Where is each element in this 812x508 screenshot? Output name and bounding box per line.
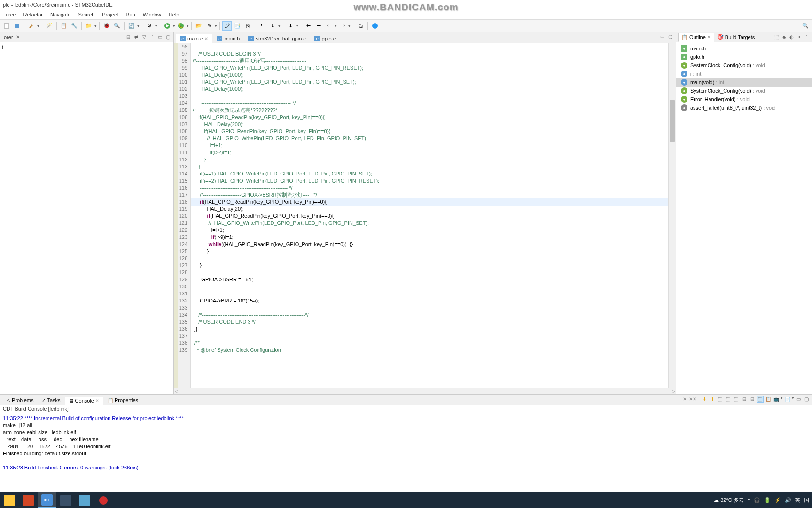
highlight-button[interactable]: 🖍 <box>222 21 232 31</box>
menu-run[interactable]: Run <box>122 11 139 18</box>
minimize-editor-icon[interactable]: ▭ <box>659 33 666 40</box>
hammer-button[interactable] <box>27 21 36 31</box>
tray-icon-2[interactable]: 🔋 <box>764 497 771 503</box>
tool-2[interactable]: 🔧 <box>70 21 79 31</box>
console-opt-7[interactable]: 📋 <box>765 396 772 403</box>
info-button[interactable]: i <box>370 21 380 31</box>
menu-outline-icon[interactable]: ⋮ <box>803 33 810 40</box>
filter-outline-icon[interactable]: ◐ <box>788 33 795 40</box>
scroll-right-icon[interactable]: ▷ <box>671 388 676 394</box>
scroll-left-icon[interactable]: ◁ <box>174 388 179 394</box>
outline-item[interactable]: ●SystemClock_Config(void) : void <box>676 87 812 95</box>
remove-console-icon[interactable]: ✕ <box>681 396 688 403</box>
tray-icon-1[interactable]: 🎧 <box>754 497 760 503</box>
outline-item[interactable]: ●Error_Handler(void) : void <box>676 95 812 103</box>
outline-tab-outline[interactable]: 📋 Outline ✕ <box>678 33 714 42</box>
outline-item[interactable]: ●i : int <box>676 70 812 78</box>
nav-fwd[interactable]: ⇨ <box>338 21 347 31</box>
console-opt-5[interactable]: ⊟ <box>749 396 756 403</box>
menu-refactor[interactable]: Refactor <box>19 11 47 18</box>
wand-button[interactable]: 🪄 <box>45 21 54 31</box>
build-button[interactable]: ⚙ <box>145 21 154 31</box>
taskbar-app-2[interactable] <box>75 492 94 508</box>
perspective-button[interactable]: 🗂 <box>356 21 365 31</box>
menu-urce[interactable]: urce <box>2 11 19 18</box>
console-opt-6[interactable]: ⬚ <box>757 396 764 403</box>
editor-tab-main-c[interactable]: cmain.c✕ <box>176 34 212 43</box>
menu-help[interactable]: Help <box>165 11 183 18</box>
tree-root[interactable]: t <box>2 44 3 50</box>
vertical-scrollbar[interactable] <box>668 43 676 388</box>
debug-run-button[interactable]: 🐛 <box>176 21 186 31</box>
outline-item[interactable]: ●main(void) : int <box>676 78 812 87</box>
console-opt-4[interactable]: ⊟ <box>741 396 748 403</box>
collapse-icon[interactable]: ⊟ <box>125 33 132 40</box>
console-output[interactable]: 11:35:22 **** Incremental Build of confi… <box>0 413 812 493</box>
new-button[interactable] <box>2 21 11 31</box>
outline-item[interactable]: ●SystemClock_Config(void) : void <box>676 61 812 70</box>
sort-icon[interactable]: ⬚ <box>773 33 780 40</box>
remove-all-icon[interactable]: ✕✕ <box>689 396 696 403</box>
tool-folder[interactable]: 📂 <box>194 21 203 31</box>
link-icon[interactable]: ⇄ <box>133 33 140 40</box>
weather-widget[interactable]: ☁ 32°C 多云 <box>714 497 744 504</box>
bottom-min-icon[interactable]: ▭ <box>795 396 802 403</box>
indent-button[interactable]: ⎘ <box>243 21 252 31</box>
menu-project[interactable]: Project <box>98 11 122 18</box>
bottom-tab-properties[interactable]: 📋 Properties <box>103 396 142 405</box>
debug-btn-1[interactable]: 🐞 <box>102 21 111 31</box>
nav-tool[interactable]: ⬇ <box>286 21 295 31</box>
search-toolbar-button[interactable]: 🔍 <box>801 21 810 31</box>
taskbar-ide[interactable]: IDE <box>38 492 56 508</box>
tray-volume-icon[interactable]: 🔊 <box>785 497 791 503</box>
menu-navigate[interactable]: Navigate <box>47 11 74 18</box>
outline-item[interactable]: ●main.h <box>676 44 812 53</box>
tool-1[interactable]: 📋 <box>59 21 69 31</box>
save-button[interactable] <box>12 21 22 31</box>
bottom-max-icon[interactable]: ▢ <box>803 396 810 403</box>
bookmark-button[interactable]: 📑 <box>233 21 242 31</box>
taskbar-record[interactable] <box>94 492 113 508</box>
tray-network-icon[interactable]: ⚡ <box>774 497 781 503</box>
block-1[interactable]: ¶ <box>258 21 267 31</box>
filter-icon[interactable]: ▽ <box>141 33 148 40</box>
menu-window[interactable]: Window <box>139 11 165 18</box>
maximize-editor-icon[interactable]: ▢ <box>667 33 674 40</box>
block-2[interactable]: ⬇ <box>268 21 277 31</box>
menu-icon[interactable]: ⋮ <box>148 33 156 40</box>
editor-tab-gpio-c[interactable]: cgpio.c <box>310 34 340 43</box>
console-opt-8[interactable]: 📺 <box>773 396 780 403</box>
outline-item[interactable]: ●assert_failed(uint8_t*, uint32_t) : voi… <box>676 103 812 112</box>
console-opt-1[interactable]: ⬚ <box>717 396 724 403</box>
maximize-icon[interactable]: ▢ <box>164 33 172 40</box>
editor-tab-stm32f1xx_hal_gpio-c[interactable]: cstm32f1xx_hal_gpio.c <box>244 34 310 43</box>
editor-tab-main-h[interactable]: cmain.h <box>212 34 244 43</box>
console-opt-9[interactable]: 📄 <box>784 396 791 403</box>
down-arrow-icon[interactable]: ⬇ <box>701 396 708 403</box>
back-button[interactable]: ⬅ <box>304 21 313 31</box>
debug-btn-2[interactable]: 🔍 <box>112 21 122 31</box>
up-arrow-icon[interactable]: ⬆ <box>709 396 716 403</box>
console-opt-3[interactable]: ⬚ <box>733 396 740 403</box>
outline-item[interactable]: ●gpio.h <box>676 53 812 61</box>
bottom-tab-problems[interactable]: ⚠ Problems <box>2 396 38 405</box>
hide-icon[interactable]: a̶ <box>781 33 788 40</box>
bottom-tab-tasks[interactable]: ✓ Tasks <box>38 396 64 405</box>
taskbar-fileexplorer[interactable] <box>0 492 19 508</box>
run-button[interactable] <box>163 21 172 31</box>
minimize-icon[interactable]: ▭ <box>156 33 164 40</box>
console-opt-2[interactable]: ⬚ <box>725 396 732 403</box>
bottom-tab-console[interactable]: 🖥 Console ✕ <box>65 397 103 405</box>
open-button[interactable]: 📁 <box>84 21 94 31</box>
sort2-icon[interactable]: ⚬ <box>796 33 803 40</box>
code-editor[interactable]: 9697989910010110210310410510610710810911… <box>174 43 676 388</box>
tool-pencil[interactable]: ✎ <box>204 21 214 31</box>
close-icon[interactable]: ✕ <box>16 34 20 40</box>
reload-button[interactable]: 🔄 <box>127 21 136 31</box>
tray-chevron-icon[interactable]: ^ <box>748 498 750 503</box>
tray-ime2-icon[interactable]: 国 <box>804 497 809 504</box>
tray-ime-icon[interactable]: 英 <box>795 497 800 504</box>
taskbar-powerpoint[interactable] <box>19 492 38 508</box>
outline-tab-build-targets[interactable]: 🎯 Build Targets <box>714 33 757 41</box>
menu-search[interactable]: Search <box>74 11 98 18</box>
